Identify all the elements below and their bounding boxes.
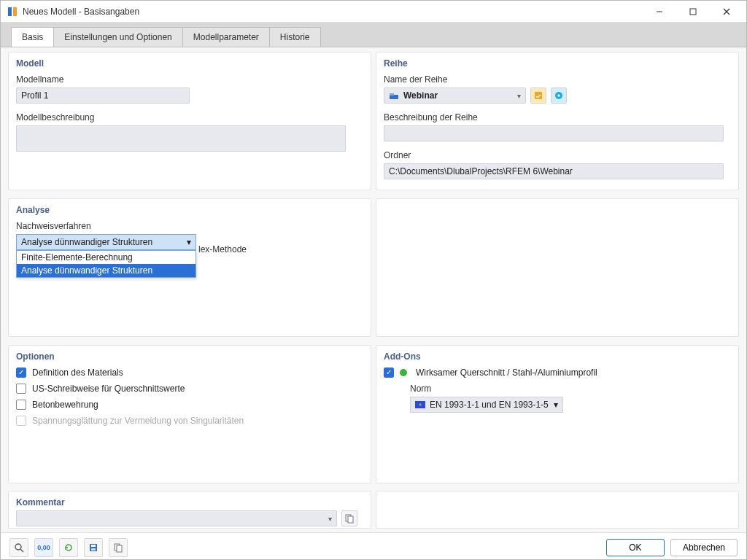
reihe-name-value: Webinar [403, 90, 438, 101]
modellbeschreibung-input[interactable] [16, 125, 346, 152]
chevron-down-icon: ▾ [554, 400, 558, 410]
svg-rect-6 [390, 93, 394, 96]
group-kommentar-heading: Kommentar [16, 497, 363, 508]
checkbox-icon [16, 384, 26, 394]
minimize-button[interactable] [643, 1, 676, 23]
norm-dropdown[interactable]: EN 1993-1-1 und EN 1993-1-5 ▾ [410, 397, 563, 413]
chevron-down-icon: ▾ [517, 92, 521, 100]
app-icon [7, 6, 18, 18]
reihe-manage-button[interactable] [551, 88, 567, 104]
group-modell: Modell Modellname Profil 1 Modellbeschre… [8, 52, 371, 190]
ordner-input[interactable]: C:\Documents\DlubalProjects\RFEM 6\Webin… [384, 163, 724, 179]
group-optionen-heading: Optionen [16, 351, 363, 362]
tab-basis[interactable]: Basis [11, 27, 54, 47]
close-button[interactable] [710, 1, 743, 23]
reihe-desc-input[interactable] [384, 125, 724, 141]
folder-icon [389, 90, 399, 101]
svg-rect-1 [13, 7, 17, 16]
group-reihe-heading: Reihe [384, 58, 731, 69]
tool-copy[interactable] [109, 538, 128, 557]
ordner-label: Ordner [384, 150, 731, 160]
norm-label: Norm [410, 384, 731, 394]
window-title: Neues Modell - Basisangaben [23, 7, 139, 17]
svg-rect-15 [91, 548, 96, 551]
tool-refresh[interactable] [59, 538, 78, 557]
svg-rect-3 [690, 9, 696, 15]
chevron-down-icon: ▾ [187, 237, 191, 247]
option-us-schreibweise[interactable]: US-Schreibweise für Querschnittswerte [16, 384, 363, 394]
tool-search[interactable] [9, 538, 28, 557]
checkbox-icon [16, 416, 26, 426]
eu-flag-icon [415, 401, 425, 408]
svg-line-12 [20, 549, 23, 552]
dropdown-option-fem[interactable]: Finite-Elemente-Berechnung [17, 251, 196, 264]
option-label: US-Schreibweise für Querschnittswerte [32, 384, 185, 394]
option-label: Betonbewehrung [32, 400, 98, 410]
nachweisverfahren-value: Analyse dünnwandiger Strukturen [21, 237, 152, 247]
tab-einstellungen[interactable]: Einstellungen und Optionen [53, 27, 182, 47]
content-area: Modell Modellname Profil 1 Modellbeschre… [1, 47, 746, 532]
option-definition-material[interactable]: ✓ Definition des Materials [16, 368, 363, 378]
option-label: Spannungsglättung zur Vermeidung von Sin… [32, 416, 244, 426]
modellname-label: Modellname [16, 74, 363, 85]
maximize-button[interactable] [676, 1, 710, 23]
svg-rect-14 [91, 545, 96, 547]
kommentar-input[interactable]: ▾ [16, 510, 337, 526]
chevron-down-icon: ▾ [328, 515, 332, 523]
simplex-partial-text: lex-Methode [198, 244, 247, 254]
tool-units[interactable]: 0,00 [34, 538, 53, 557]
nachweisverfahren-dropdown[interactable]: Analyse dünnwandiger Strukturen ▾ [16, 234, 196, 250]
svg-rect-10 [348, 516, 353, 523]
addon-label: Wirksamer Querschnitt / Stahl-/Aluminium… [416, 368, 597, 378]
tab-bar: Basis Einstellungen und Optionen Modellp… [1, 23, 746, 47]
tab-modellparameter[interactable]: Modellparameter [182, 27, 270, 47]
footer: 0,00 OK Abbrechen [1, 532, 746, 560]
reihe-desc-label: Beschreibung der Reihe [384, 112, 731, 122]
group-optionen: Optionen ✓ Definition des Materials US-S… [8, 345, 371, 483]
group-modell-heading: Modell [16, 58, 363, 69]
option-spannungsglaettung: Spannungsglättung zur Vermeidung von Sin… [16, 416, 363, 426]
group-reihe: Reihe Name der Reihe Webinar ▾ Beschreib… [376, 52, 739, 190]
reihe-name-label: Name der Reihe [384, 74, 731, 85]
checkbox-icon: ✓ [384, 368, 394, 378]
modellbeschreibung-label: Modellbeschreibung [16, 112, 363, 122]
group-kommentar: Kommentar ▾ [8, 491, 371, 529]
kommentar-copy-button[interactable] [341, 510, 357, 526]
group-analyse: Analyse Nachweisverfahren Analyse dünnwa… [8, 198, 371, 337]
tool-save[interactable] [84, 538, 103, 557]
reihe-edit-button[interactable] [530, 88, 546, 104]
ordner-value: C:\Documents\DlubalProjects\RFEM 6\Webin… [389, 166, 573, 176]
titlebar: Neues Modell - Basisangaben [1, 1, 746, 23]
option-betonbewehrung[interactable]: Betonbewehrung [16, 400, 363, 410]
ok-button[interactable]: OK [606, 539, 665, 556]
status-dot-icon [400, 369, 407, 376]
svg-rect-7 [535, 92, 542, 99]
modellname-value: Profil 1 [21, 90, 48, 101]
group-analyse-heading: Analyse [16, 205, 363, 215]
group-addons: Add-Ons ✓ Wirksamer Querschnitt / Stahl-… [376, 345, 739, 483]
nachweisverfahren-dropdown-list: Finite-Elemente-Berechnung Analyse dünnw… [16, 250, 196, 278]
svg-point-11 [15, 544, 21, 550]
reihe-name-dropdown[interactable]: Webinar ▾ [384, 88, 526, 104]
svg-rect-0 [8, 7, 12, 16]
option-label: Definition des Materials [32, 368, 123, 378]
modellname-input[interactable]: Profil 1 [16, 88, 190, 104]
addon-wirksamer-querschnitt[interactable]: ✓ Wirksamer Querschnitt / Stahl-/Alumini… [384, 368, 731, 378]
dropdown-option-duennwandig[interactable]: Analyse dünnwandiger Strukturen [17, 264, 196, 277]
norm-value: EN 1993-1-1 und EN 1993-1-5 [430, 400, 549, 410]
checkbox-icon: ✓ [16, 368, 26, 378]
svg-rect-17 [117, 545, 122, 552]
group-addons-heading: Add-Ons [384, 351, 731, 362]
group-kommentar-right [376, 491, 739, 529]
group-analyse-right [376, 198, 739, 337]
tab-historie[interactable]: Historie [269, 27, 321, 47]
nachweisverfahren-label: Nachweisverfahren [16, 221, 363, 231]
checkbox-icon [16, 400, 26, 410]
cancel-button[interactable]: Abbrechen [670, 539, 738, 556]
